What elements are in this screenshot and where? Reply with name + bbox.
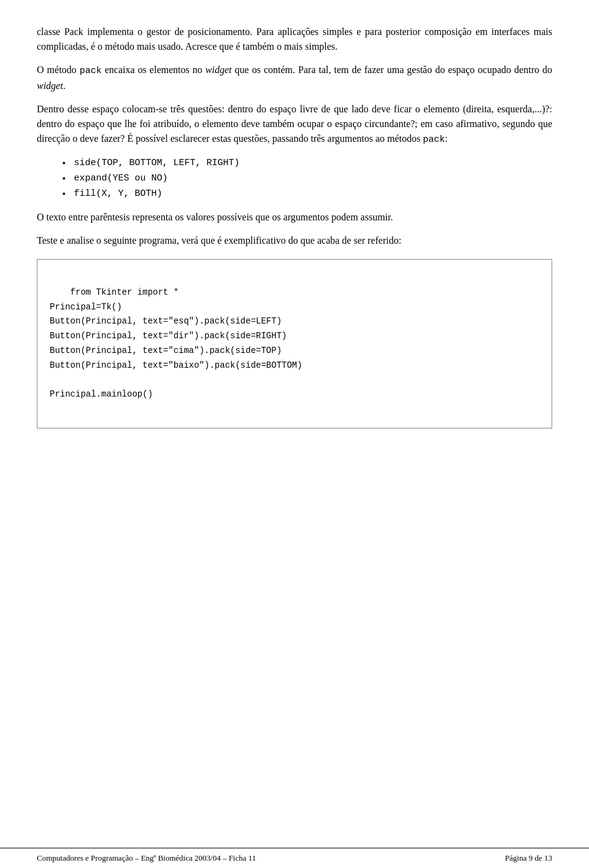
paragraph-2: O método pack encaixa os elementos no wi… [37, 63, 552, 93]
footer-left-text: Computadores e Programação – Engª Bioméd… [37, 853, 256, 863]
pack-code-1: pack [80, 66, 102, 76]
code-block-text: from Tkinter import * Principal=Tk() But… [50, 287, 302, 400]
para2-suffix3: . [63, 80, 66, 91]
para2-prefix: O método [37, 64, 80, 75]
para2-suffix: encaixa os elementos no [102, 64, 206, 75]
paragraph-3: Dentro desse espaço colocam-se três ques… [37, 102, 552, 147]
paragraph-4: O texto entre parêntesis representa os v… [37, 210, 552, 225]
bullet-item-2-text: expand(YES ou NO) [74, 173, 167, 184]
page-content: classe Pack implementa o gestor de posic… [0, 0, 589, 848]
list-item-3: fill(X, Y, BOTH) [61, 188, 552, 199]
footer: Computadores e Programação – Engª Bioméd… [0, 848, 589, 868]
para4-text: O texto entre parêntesis representa os v… [37, 212, 393, 222]
para2-widget-italic2: widget [37, 80, 63, 91]
para5-text: Teste e analise o seguinte programa, ver… [37, 235, 401, 246]
para2-suffix2: que os contém. Para tal, tem de fazer um… [231, 64, 552, 75]
bullet-item-3-text: fill(X, Y, BOTH) [74, 188, 162, 199]
para2-widget-italic: widget [206, 64, 232, 75]
code-block: from Tkinter import * Principal=Tk() But… [37, 259, 552, 428]
footer-right-text: Página 9 de 13 [505, 853, 552, 863]
list-item-1: side(TOP, BOTTOM, LEFT, RIGHT) [61, 158, 552, 168]
list-item-2: expand(YES ou NO) [61, 173, 552, 184]
pack-code-2: pack [423, 134, 445, 145]
bullet-item-1-text: side(TOP, BOTTOM, LEFT, RIGHT) [74, 158, 239, 168]
bullet-list: side(TOP, BOTTOM, LEFT, RIGHT) expand(YE… [61, 158, 552, 199]
paragraph-1: classe Pack implementa o gestor de posic… [37, 25, 552, 54]
paragraph-5: Teste e analise o seguinte programa, ver… [37, 233, 552, 248]
para1-text: classe Pack implementa o gestor de posic… [37, 26, 552, 52]
